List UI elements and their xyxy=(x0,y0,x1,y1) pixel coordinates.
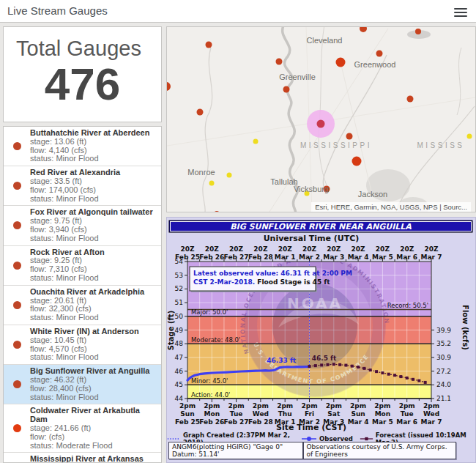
series-value-label: 46.33 ft xyxy=(267,357,297,364)
gauge-list-item[interactable]: Big Sunflower River at Anguilla stage: 4… xyxy=(4,365,161,404)
gauge-marker[interactable] xyxy=(283,86,290,93)
city-label: Greenwood xyxy=(354,60,396,69)
gauge-list-item[interactable]: Fox River at Algonquin tailwater stage: … xyxy=(4,206,161,245)
svg-text:Mar 4: Mar 4 xyxy=(348,418,369,426)
selected-gauge-marker[interactable] xyxy=(317,120,325,128)
gauge-marker[interactable] xyxy=(206,42,212,48)
gauge-stage: stage: 13.06 (ft) xyxy=(30,138,158,147)
svg-text:20Z: 20Z xyxy=(278,245,293,253)
gauge-status-dot-icon xyxy=(13,262,21,270)
svg-text:Latest observed value: 46.31 f: Latest observed value: 46.31 ft at 2:00 … xyxy=(193,270,352,277)
bottom-axis-title: Site Time (CST) xyxy=(276,423,346,431)
svg-text:Minor: 45.0': Minor: 45.0' xyxy=(191,377,228,385)
gauge-status-dot-icon xyxy=(13,380,21,388)
svg-text:39.9: 39.9 xyxy=(436,327,451,334)
gauge-list-item[interactable]: White River (IN) at Anderson stage: 10.4… xyxy=(4,325,161,365)
svg-text:Major: 50.0': Major: 50.0' xyxy=(191,308,228,316)
gauge-marker[interactable] xyxy=(227,173,232,178)
svg-text:2pm: 2pm xyxy=(179,402,196,410)
gauge-marker[interactable] xyxy=(336,58,346,67)
svg-text:Wed: Wed xyxy=(423,410,439,418)
gauge-status: status: Minor Flood xyxy=(30,195,158,204)
svg-text:2pm: 2pm xyxy=(350,402,366,410)
svg-text:Sun: Sun xyxy=(351,410,365,418)
svg-text:Record: 50.5': Record: 50.5' xyxy=(387,302,428,309)
gauge-list-item[interactable]: Red River at Alexandria stage: 33.5 (ft)… xyxy=(4,166,161,206)
svg-text:47: 47 xyxy=(175,354,183,361)
gauge-marker[interactable] xyxy=(467,134,472,139)
map-canvas[interactable]: MISSISSIPPIMISSISSClevelandGreenwoodGree… xyxy=(167,27,475,212)
svg-text:2pm: 2pm xyxy=(374,402,390,410)
svg-text:20Z: 20Z xyxy=(229,245,244,253)
gauge-status: status: Minor Flood xyxy=(30,234,158,243)
gauge-stage: stage: 46.32 (ft) xyxy=(30,376,158,385)
svg-text:21.1: 21.1 xyxy=(436,395,451,402)
gauge-marker[interactable] xyxy=(415,29,421,34)
gauge-flow: flow: 3,940 (cfs) xyxy=(30,226,158,234)
svg-text:20Z: 20Z xyxy=(352,245,366,253)
svg-text:2pm: 2pm xyxy=(399,402,415,410)
gauge-marker[interactable] xyxy=(376,51,383,57)
gauge-list-item[interactable]: Coldwater River at Arkabutla Dam stage: … xyxy=(4,404,161,453)
svg-text:Wed: Wed xyxy=(253,410,269,418)
page-title: Live Stream Gauges xyxy=(7,4,108,17)
svg-text:2pm: 2pm xyxy=(204,402,220,410)
svg-text:27.2: 27.2 xyxy=(436,368,451,375)
hamburger-icon[interactable] xyxy=(454,6,467,17)
gauge-name: Mississippi River at Arkansas City xyxy=(30,455,158,463)
status-dot-column xyxy=(4,262,30,270)
gauge-status: status: Minor Flood xyxy=(30,314,158,322)
svg-text:35.2: 35.2 xyxy=(436,340,451,347)
svg-text:Tue: Tue xyxy=(401,410,414,418)
gauge-list-item[interactable]: Rock River at Afton stage: 9.25 (ft) flo… xyxy=(4,246,161,286)
svg-text:44: 44 xyxy=(175,395,184,402)
state-label: MISSISS xyxy=(417,141,464,149)
gauge-list-item[interactable]: Buttahatchie River at Aberdeen stage: 13… xyxy=(4,127,161,166)
gauge-marker[interactable] xyxy=(209,181,215,186)
app-header: Live Stream Gauges xyxy=(0,0,476,23)
gauge-marker[interactable] xyxy=(167,82,171,91)
gauge-status-dot-icon xyxy=(13,424,21,432)
gauge-marker[interactable] xyxy=(360,27,367,32)
gauge-name: Coldwater River at Arkabutla Dam xyxy=(30,407,158,424)
svg-text:Mar 7: Mar 7 xyxy=(421,418,442,426)
gauge-marker[interactable] xyxy=(253,139,259,144)
status-dot-column xyxy=(4,221,30,229)
svg-text:Thu: Thu xyxy=(278,410,292,418)
gauge-marker[interactable] xyxy=(276,59,283,65)
city-label: Vicksburg xyxy=(294,185,329,193)
map-lakes xyxy=(366,30,431,212)
svg-text:53: 53 xyxy=(175,272,183,279)
gauge-status-dot-icon xyxy=(13,341,21,349)
svg-text:Tue: Tue xyxy=(230,410,243,418)
svg-text:Mon: Mon xyxy=(204,410,220,418)
gauge-stage: stage: 33.5 (ft) xyxy=(30,177,158,186)
gauge-marker[interactable] xyxy=(407,96,414,103)
svg-text:20Z: 20Z xyxy=(327,245,341,253)
gauge-marker[interactable] xyxy=(197,109,204,116)
gauge-status-dot-icon xyxy=(13,301,21,309)
gauge-marker[interactable] xyxy=(352,157,362,166)
city-label: Greenville xyxy=(279,73,316,81)
chart-footnote: Observations courtesy of U.S. Army Corps… xyxy=(303,442,456,459)
left-axis-title: Stage (ft) xyxy=(167,311,175,350)
map-attribution: Esri, HERE, Garmin, NGA, USGS, NPS | Sou… xyxy=(311,202,471,212)
svg-text:Feb 26: Feb 26 xyxy=(199,418,224,426)
svg-text:Feb 25: Feb 25 xyxy=(175,418,200,426)
svg-text:30.9: 30.9 xyxy=(436,354,451,361)
gauge-list-item[interactable]: Ouachita River at Arkadelphia stage: 20.… xyxy=(4,286,161,325)
svg-text:48: 48 xyxy=(175,340,184,347)
right-axis-title: Flow (kcfs) xyxy=(461,305,469,350)
gauge-list-item[interactable]: Mississippi River at Arkansas City stage… xyxy=(4,453,161,463)
gauge-status: status: Minor Flood xyxy=(30,155,158,163)
city-label: Jackson xyxy=(358,190,387,199)
svg-text:20Z: 20Z xyxy=(205,245,220,253)
gauge-marker[interactable] xyxy=(213,211,220,212)
gauge-flow: flow: 174,000 (cfs) xyxy=(30,186,158,195)
gauge-flow: flow: 28,400 (cfs) xyxy=(30,385,158,393)
gauge-status: status: Minor Flood xyxy=(30,353,158,362)
svg-text:Sat: Sat xyxy=(327,410,341,418)
gauge-marker[interactable] xyxy=(346,133,353,140)
svg-text:2pm: 2pm xyxy=(326,402,342,410)
map-panel[interactable]: MISSISSIPPIMISSISSClevelandGreenwoodGree… xyxy=(166,26,476,212)
